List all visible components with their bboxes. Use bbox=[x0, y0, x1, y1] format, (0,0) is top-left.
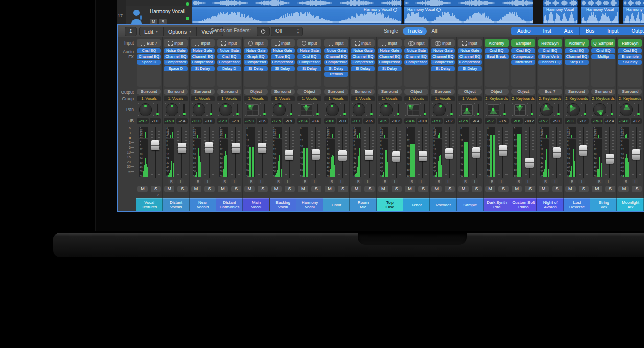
plugin-slot-compressor[interactable]: Compressor bbox=[297, 60, 321, 65]
channel-name-tile[interactable]: MoonlightArk bbox=[617, 198, 643, 211]
input-monitor-button[interactable]: I bbox=[204, 179, 211, 184]
gain-db-value[interactable]: -16.0 bbox=[324, 118, 336, 124]
plugin-slot-cnsl-eq[interactable]: Cnsl EQ bbox=[618, 48, 642, 53]
plugin-slot-compressor[interactable]: Compressor bbox=[217, 60, 241, 65]
plugin-slot-space-d[interactable]: Space D bbox=[137, 60, 161, 65]
output-slot-button[interactable]: Object bbox=[297, 89, 321, 95]
input-monitor-button[interactable]: I bbox=[551, 179, 558, 184]
channel-name-tile[interactable]: LostReverse bbox=[564, 198, 590, 211]
fader-cap[interactable] bbox=[365, 150, 373, 160]
plugin-slot-st-delay[interactable]: St-Delay bbox=[271, 66, 295, 71]
fader-cap[interactable] bbox=[338, 150, 347, 161]
input-slot-button[interactable]: Input bbox=[217, 39, 241, 47]
plugin-slot-st-delay[interactable]: St-Delay bbox=[458, 66, 482, 71]
input-monitor-button[interactable]: I bbox=[605, 179, 612, 184]
record-enable-button[interactable]: R bbox=[516, 179, 522, 184]
group-slot[interactable]: 1: Vocals bbox=[431, 96, 455, 101]
group-slot[interactable]: 1: Vocals bbox=[244, 96, 268, 101]
pan-knob[interactable] bbox=[541, 104, 553, 116]
input-monitor-button[interactable]: I bbox=[418, 179, 425, 184]
pan-spread-slider[interactable] bbox=[291, 104, 292, 116]
fader-cap[interactable] bbox=[553, 147, 561, 158]
group-slot[interactable]: 1: Vocals bbox=[297, 96, 321, 101]
input-monitor-button[interactable]: I bbox=[578, 179, 585, 184]
filter-inst-button[interactable]: Inst bbox=[537, 27, 558, 35]
fader-db-value[interactable]: -1.0 bbox=[150, 118, 162, 124]
record-enable-button[interactable]: R bbox=[596, 179, 603, 184]
object-panner-pad[interactable] bbox=[301, 104, 312, 116]
pan-spread-slider[interactable] bbox=[344, 104, 345, 116]
mute-button[interactable]: M bbox=[218, 186, 228, 192]
channel-name-tile[interactable]: Night ofAvalon bbox=[537, 198, 564, 211]
pan-spread-slider[interactable] bbox=[183, 104, 185, 116]
group-slot[interactable]: 2: Keyboards bbox=[538, 96, 562, 101]
audio-region-partial[interactable] bbox=[581, 0, 619, 6]
link-back-button[interactable]: ↥ bbox=[125, 27, 137, 36]
mute-button[interactable]: M bbox=[485, 186, 495, 192]
mute-button[interactable]: M bbox=[191, 186, 201, 192]
group-slot[interactable]: 1: Vocals bbox=[191, 96, 215, 101]
input-monitor-button[interactable]: I bbox=[498, 179, 504, 184]
solo-button[interactable]: S bbox=[579, 186, 589, 192]
group-slot[interactable]: 2: Keyboards bbox=[591, 96, 615, 101]
output-slot-button[interactable]: Surround bbox=[565, 89, 589, 95]
solo-button[interactable]: S bbox=[204, 186, 215, 192]
channel-name-tile[interactable]: BackingVocal bbox=[270, 198, 296, 211]
group-slot[interactable]: 1: Vocals bbox=[324, 96, 348, 101]
fader-db-value[interactable]: -12.4 bbox=[604, 118, 616, 124]
solo-button[interactable]: S bbox=[445, 186, 455, 192]
input-monitor-button[interactable]: I bbox=[525, 179, 532, 184]
solo-button[interactable]: S bbox=[231, 186, 241, 192]
gain-db-value[interactable]: -9.3 bbox=[565, 118, 577, 124]
output-slot-button[interactable]: Surround bbox=[378, 89, 402, 95]
plugin-slot-cnsl-eq[interactable]: Cnsl EQ bbox=[565, 48, 589, 53]
input-slot-button[interactable]: Input bbox=[378, 39, 402, 47]
channel-name-tile[interactable]: Tenor bbox=[403, 198, 430, 211]
group-slot[interactable]: 1: Vocals bbox=[137, 96, 161, 101]
output-slot-button[interactable]: Surround bbox=[217, 89, 241, 95]
pan-spread-slider[interactable] bbox=[558, 104, 559, 116]
mute-button[interactable]: M bbox=[458, 186, 469, 192]
mute-button[interactable]: M bbox=[150, 19, 157, 24]
group-slot[interactable]: 1: Vocals bbox=[164, 96, 188, 101]
output-slot-button[interactable]: Surround bbox=[431, 89, 455, 95]
channel-name-tile[interactable]: TopLine bbox=[377, 198, 403, 211]
object-panner-pad[interactable] bbox=[514, 104, 526, 116]
plugin-slot-compressor[interactable]: Compressor bbox=[244, 60, 268, 65]
input-slot-button[interactable]: Input bbox=[458, 39, 482, 47]
plugin-slot-noise-gate[interactable]: Noise Gate bbox=[217, 48, 241, 53]
fader-cap[interactable] bbox=[472, 147, 480, 158]
mute-button[interactable]: M bbox=[271, 186, 282, 192]
sends-power-button[interactable] bbox=[257, 27, 270, 36]
plugin-slot-cnsl-eq[interactable]: Cnsl EQ bbox=[217, 54, 241, 59]
record-enable-button[interactable]: R bbox=[623, 179, 629, 184]
pan-spread-slider[interactable] bbox=[237, 104, 238, 116]
object-panner-pad[interactable] bbox=[461, 104, 473, 116]
gain-db-value[interactable]: -6.2 bbox=[485, 118, 496, 124]
channel-name-tile[interactable]: Custom SoftPiano bbox=[510, 198, 537, 211]
pan-spread-slider[interactable] bbox=[585, 104, 586, 116]
instrument-slot-button[interactable]: Q-Sampler bbox=[591, 39, 615, 47]
solo-button[interactable]: S bbox=[177, 186, 188, 192]
gain-db-value[interactable]: -13.0 bbox=[191, 118, 202, 124]
plugin-slot-st-delay[interactable]: St-Delay bbox=[244, 66, 268, 71]
plugin-slot-step-fx[interactable]: Step FX bbox=[565, 60, 589, 65]
solo-button[interactable]: S bbox=[632, 186, 642, 192]
plugin-slot-beat-break[interactable]: Beat Break bbox=[485, 54, 509, 59]
fader-cap[interactable] bbox=[632, 149, 640, 160]
output-slot-button[interactable]: Object bbox=[511, 89, 535, 95]
input-slot-button[interactable]: Input bbox=[244, 39, 268, 47]
plugin-slot-noise-gate[interactable]: Noise Gate bbox=[164, 48, 188, 53]
plugin-slot-ensemble[interactable]: Ensemble bbox=[618, 54, 642, 59]
instrument-slot-button[interactable]: Alchemy bbox=[485, 39, 509, 47]
audio-region-partial[interactable] bbox=[543, 0, 578, 6]
solo-button[interactable]: S bbox=[498, 186, 509, 192]
plugin-slot-compressor[interactable]: Compressor bbox=[351, 60, 375, 65]
plugin-slot-channel-eq[interactable]: Channel EQ bbox=[538, 60, 562, 65]
plugin-slot-st-delay[interactable]: St-Delay bbox=[431, 66, 455, 71]
plugin-slot-noise-gate[interactable]: Noise Gate bbox=[378, 48, 402, 53]
filter-bus-button[interactable]: Bus bbox=[580, 27, 601, 35]
pan-spread-slider[interactable] bbox=[211, 104, 212, 116]
input-slot-button[interactable]: Input bbox=[351, 39, 375, 47]
plugin-slot-channel-eq[interactable]: Channel EQ bbox=[351, 54, 375, 59]
